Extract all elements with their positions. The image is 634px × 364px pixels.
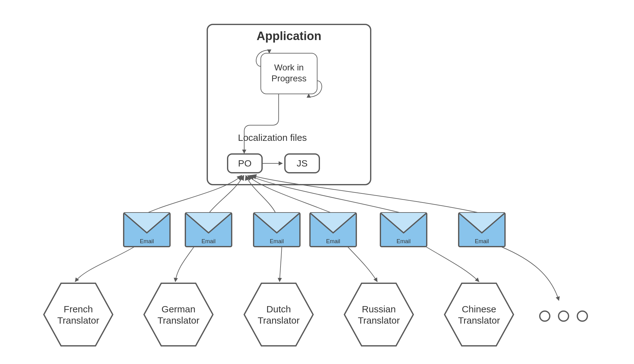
localization-files-label: Localization files xyxy=(238,132,307,143)
translator-line1: Chinese xyxy=(462,304,496,314)
email-label: Email xyxy=(475,238,489,244)
svg-marker-7 xyxy=(144,283,213,346)
svg-point-11 xyxy=(540,311,550,321)
svg-marker-8 xyxy=(244,283,313,346)
translator-line2: Translator xyxy=(57,315,99,326)
translator-row: French Translator German Translator Dutc… xyxy=(44,283,513,346)
translator-hexagon: Dutch Translator xyxy=(244,283,313,346)
translator-line2: Translator xyxy=(458,315,500,326)
email-icon: Email xyxy=(380,213,427,247)
translator-hexagon: German Translator xyxy=(144,283,213,346)
translator-hexagon: Russian Translator xyxy=(344,283,413,346)
email-icon: Email xyxy=(185,213,232,247)
po-label: PO xyxy=(238,158,251,168)
email-row: Email Email Email Email Email Email xyxy=(124,213,505,247)
wip-line2: Progress xyxy=(271,74,307,83)
arrow-wip-to-po xyxy=(244,94,279,153)
svg-marker-6 xyxy=(44,283,113,346)
translator-hexagon: Chinese Translator xyxy=(445,283,513,346)
diagram-canvas: Application Work in Progress Localizatio… xyxy=(0,0,634,364)
arrows-emails-to-po xyxy=(147,175,479,213)
svg-marker-10 xyxy=(445,283,513,346)
ellipsis-icon xyxy=(540,311,587,321)
js-label: JS xyxy=(296,158,307,168)
translator-line1: German xyxy=(162,304,195,314)
translator-line2: Translator xyxy=(358,315,400,326)
email-icon: Email xyxy=(310,213,356,247)
email-icon: Email xyxy=(124,213,170,247)
email-label: Email xyxy=(326,238,340,244)
arrows-emails-to-translators xyxy=(75,247,559,300)
svg-marker-9 xyxy=(344,283,413,346)
translator-line1: Russian xyxy=(362,304,396,314)
wip-self-arrow-left xyxy=(256,50,269,66)
email-icon: Email xyxy=(459,213,505,247)
application-box xyxy=(207,24,371,185)
wip-line1: Work in xyxy=(274,63,304,72)
email-icon: Email xyxy=(254,213,300,247)
translator-hexagon: French Translator xyxy=(44,283,113,346)
email-label: Email xyxy=(140,238,154,244)
wip-self-arrow-right xyxy=(309,81,322,97)
email-label: Email xyxy=(270,238,284,244)
email-label: Email xyxy=(201,238,215,244)
svg-point-13 xyxy=(577,311,587,321)
translator-line1: French xyxy=(64,304,93,314)
translator-line2: Translator xyxy=(157,315,199,326)
application-title: Application xyxy=(257,29,322,43)
email-label: Email xyxy=(396,238,410,244)
svg-point-12 xyxy=(559,311,569,321)
translator-line1: Dutch xyxy=(266,304,291,314)
translator-line2: Translator xyxy=(258,315,300,326)
